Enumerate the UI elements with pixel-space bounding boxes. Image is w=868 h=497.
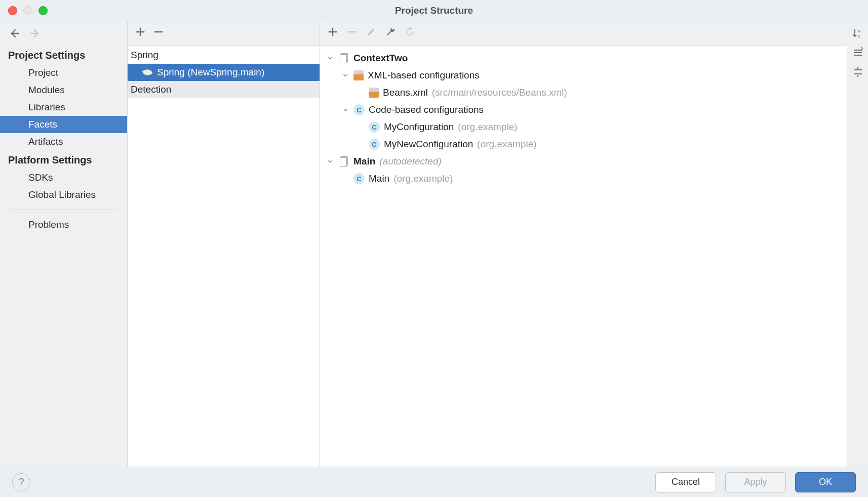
main-body: Project Settings Project Modules Librari… [0,21,868,467]
dialog-buttons: Cancel Apply OK [655,472,856,492]
sidebar-item-sdks[interactable]: SDKs [0,169,127,186]
tree-node-mynewconfiguration[interactable]: C MyNewConfiguration (org.example) [323,136,844,153]
tree-node-contexttwo-label: ContextTwo [353,53,408,64]
facet-spring-main-label: Spring (NewSpring.main) [157,67,264,78]
maximize-window-icon[interactable] [38,6,48,15]
tree-node-myconfiguration-label: MyConfiguration [384,121,454,133]
cancel-button[interactable]: Cancel [655,472,716,492]
detail-toolbar [320,21,847,46]
sidebar-item-libraries[interactable]: Libraries [0,99,127,116]
refresh-maven-button [404,26,415,40]
wrench-button[interactable] [385,26,396,40]
sidebar-item-artifacts[interactable]: Artifacts [0,133,127,150]
dialog-footer: ? Cancel Apply OK [0,467,868,497]
expand-all-button[interactable] [852,47,864,59]
window-title: Project Structure [0,5,868,16]
facet-detection[interactable]: Detection [128,81,320,98]
chevron-down-icon [326,158,334,165]
context-tree: ContextTwo XML-based configurations Bean… [320,46,847,191]
add-context-button[interactable] [327,26,338,40]
ok-button[interactable]: OK [795,472,856,492]
tree-node-myconfiguration[interactable]: C MyConfiguration (org.example) [323,118,844,136]
right-tool-strip: az [847,21,868,467]
xml-file-icon [369,88,379,98]
tree-node-beans-xml-label: Beans.xml [383,87,428,98]
apply-button: Apply [725,472,786,492]
facets-panel: Spring Spring (NewSpring.main) Detection [128,21,320,467]
fileset-icon [338,53,349,64]
code-config-icon: C [353,104,365,115]
window-controls [0,6,48,15]
forward-button[interactable] [29,27,42,39]
svg-text:a: a [858,28,860,33]
tree-node-code-group-label: Code-based configurations [369,104,484,115]
fileset-auto-icon [338,156,349,167]
tree-node-contexttwo[interactable]: ContextTwo [323,50,844,67]
sidebar-divider [10,210,117,210]
left-sidebar: Project Settings Project Modules Librari… [0,21,128,467]
chevron-down-icon [341,106,349,113]
chevron-down-icon [326,55,334,62]
nav-history [0,21,127,46]
tree-node-main[interactable]: Main (autodetected) [323,153,844,170]
tree-node-beans-xml[interactable]: Beans.xml (src/main/resources/Beans.xml) [323,84,844,101]
back-button[interactable] [8,27,20,39]
tree-node-main-class[interactable]: C Main (org.example) [323,170,844,187]
section-project-settings: Project Settings [0,46,127,64]
sidebar-item-facets[interactable]: Facets [0,116,127,133]
collapse-all-button[interactable] [852,66,864,78]
tree-node-main-tag: (autodetected) [379,156,442,167]
spring-icon [142,68,152,76]
class-icon: C [369,121,380,133]
class-auto-icon: C [353,173,365,184]
sort-alpha-button[interactable]: az [852,27,864,39]
tree-node-main-label: Main [353,156,375,167]
tree-node-xml-group-label: XML-based configurations [368,70,480,81]
tree-node-mynewconfiguration-pkg: (org.example) [477,139,536,150]
class-icon: C [369,139,380,150]
tree-node-main-class-label: Main [369,173,389,184]
sidebar-item-problems[interactable]: Problems [0,216,127,233]
chevron-down-icon [341,72,349,79]
facet-spring-main[interactable]: Spring (NewSpring.main) [128,64,320,81]
remove-context-button [346,26,358,40]
tree-node-xml-group[interactable]: XML-based configurations [323,67,844,84]
minimize-window-icon[interactable] [23,6,32,15]
close-window-icon[interactable] [8,6,17,15]
detail-panel: ContextTwo XML-based configurations Bean… [320,21,847,467]
svg-text:z: z [858,33,860,38]
right-wrap: ContextTwo XML-based configurations Bean… [320,21,868,467]
tree-node-mynewconfiguration-label: MyNewConfiguration [384,139,473,150]
facet-group-spring[interactable]: Spring [128,46,320,64]
sidebar-item-project[interactable]: Project [0,64,127,81]
sidebar-item-modules[interactable]: Modules [0,81,127,99]
add-facet-button[interactable] [135,26,146,40]
titlebar: Project Structure [0,0,868,21]
remove-facet-button[interactable] [153,26,164,40]
tree-node-main-class-pkg: (org.example) [393,173,453,184]
edit-context-button [366,26,377,40]
tree-node-beans-xml-path: (src/main/resources/Beans.xml) [432,87,567,98]
help-button[interactable]: ? [12,473,30,491]
xml-config-icon [353,70,364,80]
section-platform-settings: Platform Settings [0,150,127,169]
facets-toolbar [128,21,320,46]
tree-node-myconfiguration-pkg: (org.example) [458,121,517,133]
sidebar-item-global-libraries[interactable]: Global Libraries [0,186,127,203]
tree-node-code-group[interactable]: C Code-based configurations [323,101,844,118]
